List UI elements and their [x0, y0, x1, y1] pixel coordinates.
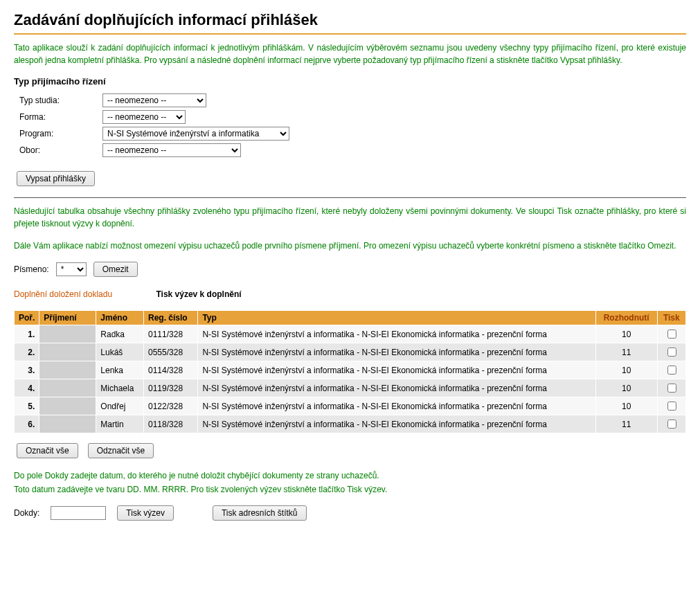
th-rozhodnuti: Rozhodnutí	[595, 311, 657, 325]
mid-text-2: Dále Vám aplikace nabízí možnost omezení…	[14, 240, 686, 252]
omezit-button[interactable]: Omezit	[93, 262, 138, 277]
cell-jmeno: Martin	[96, 415, 144, 433]
cell-prijmeni	[39, 415, 96, 433]
page-title: Zadávání doplňujících informací přihláše…	[14, 11, 686, 29]
table-row: 5.Ondřej0122/328N-SI Systémové inženýrst…	[15, 397, 686, 415]
vypsat-button[interactable]: Vypsat přihlášky	[17, 171, 95, 186]
pismeno-label: Písmeno:	[14, 264, 49, 274]
cell-jmeno: Radka	[96, 325, 144, 343]
cell-por: 5.	[15, 397, 39, 415]
cell-regcislo: 0555/328	[144, 343, 198, 361]
tisk-stitku-button[interactable]: Tisk adresních štítků	[213, 505, 307, 521]
cell-rozhodnuti: 10	[595, 379, 657, 397]
cell-tisk	[657, 415, 685, 433]
th-typ: Typ	[198, 311, 595, 325]
cell-regcislo: 0111/328	[144, 325, 198, 343]
cell-tisk	[657, 343, 685, 361]
forma-label: Forma:	[19, 112, 102, 122]
cell-tisk	[657, 379, 685, 397]
typ-studia-label: Typ studia:	[19, 96, 102, 105]
cell-por: 6.	[15, 415, 39, 433]
oznacit-vse-button[interactable]: Označit vše	[17, 443, 78, 458]
divider-1	[14, 197, 686, 198]
pismeno-select[interactable]: *	[56, 262, 87, 276]
cell-rozhodnuti: 11	[595, 343, 657, 361]
th-tisk: Tisk	[657, 311, 685, 325]
intro-text: Tato aplikace slouží k zadání doplňující…	[14, 42, 686, 66]
cell-por: 2.	[15, 343, 39, 361]
odznacit-vse-button[interactable]: Odznačit vše	[88, 443, 154, 458]
bottom-text-2: Toto datum zadávejte ve tvaru DD. MM. RR…	[14, 483, 686, 496]
mid-text-1: Následující tabulka obsahuje všechny při…	[14, 205, 686, 230]
program-select[interactable]: N-SI Systémové inženýrství a informatika	[102, 127, 289, 141]
tisk-checkbox[interactable]	[667, 402, 676, 411]
cell-regcislo: 0118/328	[144, 415, 198, 433]
obor-select[interactable]: -- neomezeno --	[102, 143, 241, 157]
tisk-checkbox[interactable]	[667, 366, 676, 375]
cell-tisk	[657, 361, 685, 379]
cell-rozhodnuti: 10	[595, 397, 657, 415]
cell-prijmeni	[39, 397, 96, 415]
program-label: Program:	[19, 129, 102, 138]
th-regcislo: Reg. číslo	[144, 311, 198, 325]
cell-regcislo: 0114/328	[144, 361, 198, 379]
cell-jmeno: Ondřej	[96, 397, 144, 415]
table-row: 2.Lukáš0555/328N-SI Systémové inženýrstv…	[15, 343, 686, 361]
cell-prijmeni	[39, 361, 96, 379]
cell-prijmeni	[39, 325, 96, 343]
applications-table: Poř. Příjmení Jméno Reg. číslo Typ Rozho…	[14, 310, 686, 433]
cell-rozhodnuti: 10	[595, 325, 657, 343]
table-row: 6.Martin0118/328N-SI Systémové inženýrst…	[15, 415, 686, 433]
bottom-text-1: Do pole Dokdy zadejte datum, do kterého …	[14, 469, 686, 482]
tisk-checkbox[interactable]	[667, 420, 676, 429]
dokdy-label: Dokdy:	[14, 508, 39, 518]
cell-prijmeni	[39, 379, 96, 397]
cell-tisk	[657, 397, 685, 415]
cell-por: 3.	[15, 361, 39, 379]
obor-label: Obor:	[19, 145, 102, 155]
table-row: 3.Lenka0114/328N-SI Systémové inženýrstv…	[15, 361, 686, 379]
table-row: 4.Michaela0119/328N-SI Systémové inženýr…	[15, 379, 686, 397]
th-prijmeni: Příjmení	[39, 311, 96, 325]
cell-typ: N-SI Systémové inženýrství a informatika…	[198, 361, 595, 379]
cell-rozhodnuti: 11	[595, 415, 657, 433]
tisk-checkbox[interactable]	[667, 330, 676, 339]
typ-studia-select[interactable]: -- neomezeno --	[102, 93, 206, 107]
th-jmeno: Jméno	[96, 311, 144, 325]
cell-por: 4.	[15, 379, 39, 397]
cell-typ: N-SI Systémové inženýrství a informatika…	[198, 379, 595, 397]
cell-jmeno: Lukáš	[96, 343, 144, 361]
filter-section-title: Typ přijímacího řízení	[14, 76, 686, 87]
tisk-vyzev-button[interactable]: Tisk výzev	[117, 505, 174, 521]
tisk-checkbox[interactable]	[667, 348, 676, 357]
cell-regcislo: 0122/328	[144, 397, 198, 415]
tab-tisk-vyzev[interactable]: Tisk výzev k doplnění	[156, 289, 241, 299]
cell-typ: N-SI Systémové inženýrství a informatika…	[198, 415, 595, 433]
cell-typ: N-SI Systémové inženýrství a informatika…	[198, 397, 595, 415]
cell-typ: N-SI Systémové inženýrství a informatika…	[198, 343, 595, 361]
cell-tisk	[657, 325, 685, 343]
cell-rozhodnuti: 10	[595, 361, 657, 379]
title-rule	[14, 33, 686, 35]
cell-jmeno: Michaela	[96, 379, 144, 397]
cell-typ: N-SI Systémové inženýrství a informatika…	[198, 325, 595, 343]
cell-prijmeni	[39, 343, 96, 361]
th-por: Poř.	[15, 311, 39, 325]
dokdy-input[interactable]	[51, 506, 106, 520]
forma-select[interactable]: -- neomezeno --	[102, 110, 186, 124]
tab-doplneni[interactable]: Doplnění doložení dokladu	[14, 289, 112, 299]
cell-por: 1.	[15, 325, 39, 343]
tisk-checkbox[interactable]	[667, 384, 676, 393]
cell-regcislo: 0119/328	[144, 379, 198, 397]
table-row: 1.Radka0111/328N-SI Systémové inženýrstv…	[15, 325, 686, 343]
cell-jmeno: Lenka	[96, 361, 144, 379]
